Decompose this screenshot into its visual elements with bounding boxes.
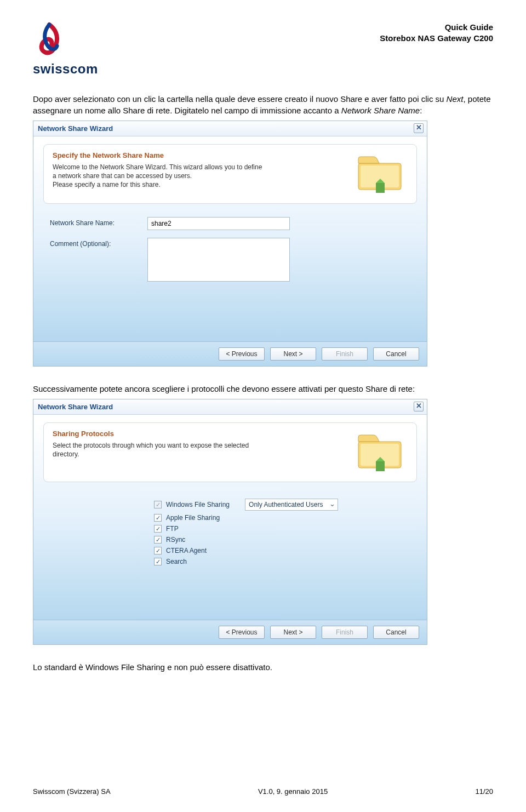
- finish-button: Finish: [322, 347, 368, 361]
- checkbox-ftp[interactable]: ✓: [154, 525, 162, 533]
- protocol-apple-file-sharing: ✓ Apple File Sharing: [154, 514, 427, 522]
- checkbox-ctera-agent[interactable]: ✓: [154, 547, 162, 554]
- protocol-label: FTP: [166, 525, 179, 533]
- dialog-head-title: Sharing Protocols: [53, 430, 346, 438]
- footer-center: V1.0, 9. gennaio 2015: [258, 787, 328, 796]
- checkbox-search[interactable]: ✓: [154, 558, 162, 565]
- document-title: Quick Guide Storebox NAS Gateway C200: [380, 22, 493, 43]
- dialog-button-bar: < Previous Next > Finish Cancel: [33, 341, 427, 366]
- close-icon[interactable]: ✕: [414, 402, 424, 411]
- footer-right: 11/20: [475, 787, 493, 796]
- protocol-ftp: ✓ FTP: [154, 525, 427, 533]
- doc-title-line1: Quick Guide: [380, 22, 493, 33]
- dialog-header-panel: Specify the Network Share Name Welcome t…: [43, 144, 417, 204]
- paragraph-3: Lo standard è Windows File Sharing e non…: [33, 661, 493, 673]
- finish-button: Finish: [322, 626, 368, 639]
- dialog-body: Sharing Protocols Select the protocols t…: [33, 422, 427, 620]
- checkbox-apple-file-sharing[interactable]: ✓: [154, 514, 162, 522]
- next-button[interactable]: Next >: [270, 347, 316, 361]
- network-share-wizard-dialog-1: Network Share Wizard ✕ Specify the Netwo…: [33, 121, 427, 367]
- protocols-list: ✓ Windows File Sharing Only Authenticate…: [33, 482, 427, 565]
- protocol-ctera-agent: ✓ CTERA Agent: [154, 547, 427, 554]
- comment-textarea[interactable]: [147, 238, 290, 282]
- protocol-label: Apple File Sharing: [166, 514, 220, 522]
- checkbox-rsync[interactable]: ✓: [154, 536, 162, 544]
- previous-button[interactable]: < Previous: [219, 347, 265, 361]
- dialog-head-title: Specify the Network Share Name: [53, 151, 346, 159]
- swisscom-logo-icon: [33, 22, 66, 60]
- svg-rect-5: [376, 461, 385, 471]
- swisscom-logo-text: swisscom: [33, 61, 98, 77]
- windows-auth-select[interactable]: Only Authenticated Users: [245, 499, 338, 511]
- protocol-label: Search: [166, 558, 187, 565]
- checkbox-windows-file-sharing: ✓: [154, 501, 162, 508]
- dialog-button-bar: < Previous Next > Finish Cancel: [33, 620, 427, 644]
- network-share-name-label: Network Share Name:: [50, 217, 138, 227]
- protocol-windows-file-sharing: ✓ Windows File Sharing Only Authenticate…: [154, 499, 427, 511]
- page-header: swisscom Quick Guide Storebox NAS Gatewa…: [33, 22, 493, 77]
- protocol-label: RSync: [166, 536, 185, 544]
- dialog-head-text: Select the protocols through which you w…: [53, 441, 346, 459]
- dialog-body: Specify the Network Share Name Welcome t…: [33, 144, 427, 341]
- folder-icon: [353, 151, 408, 197]
- form-area: Network Share Name: Comment (Optional):: [33, 204, 427, 282]
- paragraph-1: Dopo aver selezionato con un clic la car…: [33, 93, 493, 116]
- svg-rect-2: [376, 183, 385, 193]
- swisscom-logo: swisscom: [33, 22, 98, 77]
- previous-button[interactable]: < Previous: [219, 626, 265, 639]
- doc-title-line2: Storebox NAS Gateway C200: [380, 33, 493, 44]
- network-share-name-input[interactable]: [147, 217, 290, 230]
- next-button[interactable]: Next >: [270, 626, 316, 639]
- footer-left: Swisscom (Svizzera) SA: [33, 787, 111, 796]
- network-share-name-row: Network Share Name:: [50, 217, 410, 230]
- protocol-label: CTERA Agent: [166, 547, 207, 554]
- dialog-title-bar: Network Share Wizard ✕: [33, 399, 427, 415]
- folder-icon: [353, 430, 408, 475]
- protocol-search: ✓ Search: [154, 558, 427, 565]
- page-footer: Swisscom (Svizzera) SA V1.0, 9. gennaio …: [33, 787, 493, 796]
- paragraph-2: Successivamente potete ancora scegliere …: [33, 383, 493, 394]
- cancel-button[interactable]: Cancel: [373, 626, 419, 639]
- protocol-rsync: ✓ RSync: [154, 536, 427, 544]
- close-icon[interactable]: ✕: [414, 123, 424, 133]
- cancel-button[interactable]: Cancel: [373, 347, 419, 361]
- dialog-title-text: Network Share Wizard: [38, 124, 113, 133]
- dialog-title-bar: Network Share Wizard ✕: [33, 121, 427, 136]
- comment-label: Comment (Optional):: [50, 238, 138, 248]
- network-share-wizard-dialog-2: Network Share Wizard ✕ Sharing Protocols…: [33, 399, 427, 645]
- dialog-head-text: Welcome to the Network Share Wizard. Thi…: [53, 163, 346, 190]
- dialog-header-panel: Sharing Protocols Select the protocols t…: [43, 422, 417, 482]
- comment-row: Comment (Optional):: [50, 238, 410, 282]
- dialog-title-text: Network Share Wizard: [38, 403, 113, 411]
- protocol-label: Windows File Sharing: [166, 501, 230, 508]
